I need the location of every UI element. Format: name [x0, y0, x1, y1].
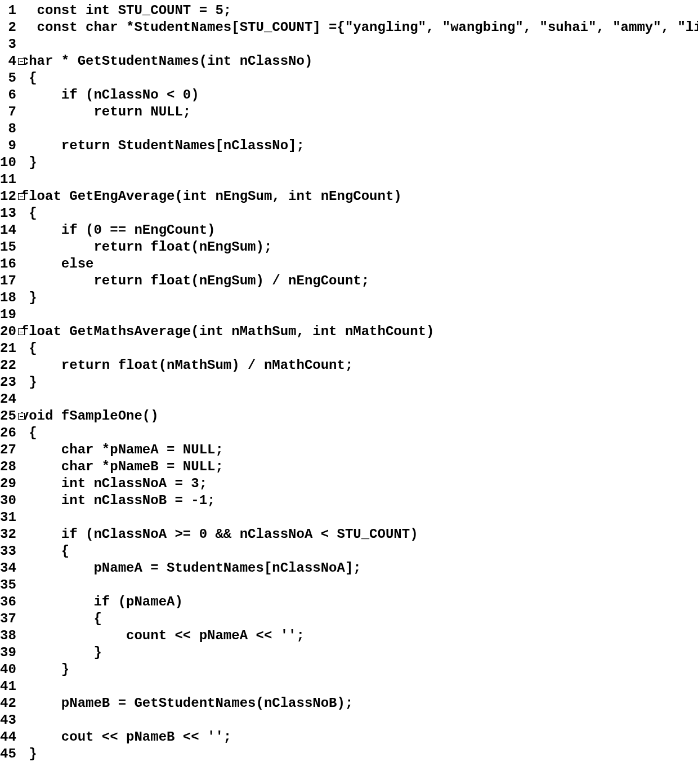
code-line — [21, 678, 698, 695]
line-number: 1 — [0, 2, 17, 19]
code-text: int nClassNoA = 3; — [21, 475, 207, 492]
code-line: } — [21, 746, 698, 763]
line-number: 25 — [0, 408, 17, 425]
code-line: return StudentNames[nClassNo]; — [21, 137, 698, 154]
code-line: } — [21, 644, 698, 661]
fold-toggle-icon[interactable] — [18, 413, 25, 420]
code-text: void fSampleOne() — [21, 408, 159, 425]
code-text: } — [21, 289, 37, 306]
code-text: pNameA = StudentNames[nClassNoA]; — [21, 560, 361, 577]
line-number: 11 — [0, 171, 17, 188]
code-text: return StudentNames[nClassNo]; — [21, 137, 305, 154]
code-line: } — [21, 374, 698, 391]
fold-toggle-icon[interactable] — [18, 328, 25, 335]
code-line — [21, 391, 698, 408]
code-line: else — [21, 256, 698, 273]
line-number: 12 — [0, 188, 17, 205]
code-text: return float(nEngSum); — [21, 239, 272, 256]
code-line — [21, 36, 698, 53]
code-line: void fSampleOne() — [21, 408, 698, 425]
code-text: return NULL; — [21, 104, 191, 121]
code-line: { — [21, 340, 698, 357]
line-number: 6 — [0, 87, 17, 104]
line-number: 2 — [0, 19, 17, 36]
code-text: if (nClassNoA >= 0 && nClassNoA < STU_CO… — [21, 526, 418, 543]
line-number: 3 — [0, 36, 17, 53]
line-number: 36 — [0, 594, 17, 611]
line-number: 17 — [0, 273, 17, 289]
code-editor: 1234567891011121314151617181920212223242… — [0, 0, 698, 763]
code-text: float GetEngAverage(int nEngSum, int nEn… — [21, 188, 402, 205]
line-number: 20 — [0, 323, 17, 340]
line-number: 28 — [0, 458, 17, 475]
line-number: 34 — [0, 560, 17, 577]
line-number: 4 — [0, 53, 17, 70]
code-line: int nClassNoB = -1; — [21, 492, 698, 509]
code-line: if (nClassNo < 0) — [21, 87, 698, 104]
code-text: { — [21, 611, 102, 627]
code-text: { — [21, 70, 37, 87]
line-number: 9 — [0, 137, 17, 154]
code-line: { — [21, 70, 698, 87]
line-number: 40 — [0, 661, 17, 678]
code-line: return NULL; — [21, 104, 698, 121]
line-number-gutter: 1234567891011121314151617181920212223242… — [0, 2, 17, 763]
code-line: } — [21, 661, 698, 678]
code-text: if (0 == nEngCount) — [21, 222, 216, 239]
code-text: { — [21, 425, 37, 442]
line-number: 41 — [0, 678, 17, 695]
fold-toggle-icon[interactable] — [18, 193, 25, 200]
code-line — [21, 306, 698, 323]
code-line: char *pNameA = NULL; — [21, 442, 698, 458]
line-number: 35 — [0, 577, 17, 594]
code-text: char *pNameB = NULL; — [21, 458, 223, 475]
line-number: 22 — [0, 357, 17, 374]
code-line: float GetMathsAverage(int nMathSum, int … — [21, 323, 698, 340]
line-number: 21 — [0, 340, 17, 357]
line-number: 31 — [0, 509, 17, 526]
code-line: if (0 == nEngCount) — [21, 222, 698, 239]
code-text: pNameB = GetStudentNames(nClassNoB); — [21, 695, 354, 712]
code-text: char *pNameA = NULL; — [21, 442, 223, 458]
code-text: if (pNameA) — [21, 594, 183, 611]
line-number: 42 — [0, 695, 17, 712]
line-number: 5 — [0, 70, 17, 87]
code-line: } — [21, 154, 698, 171]
code-line — [21, 712, 698, 729]
line-number: 7 — [0, 104, 17, 121]
line-number: 8 — [0, 121, 17, 137]
code-line: cout << pNameB << ''; — [21, 729, 698, 746]
line-number: 33 — [0, 543, 17, 560]
code-text: char * GetStudentNames(int nClassNo) — [21, 53, 312, 70]
code-line: return float(nEngSum) / nEngCount; — [21, 273, 698, 289]
code-line: char * GetStudentNames(int nClassNo) — [21, 53, 698, 70]
code-text: count << pNameA << ''; — [21, 627, 305, 644]
code-text: } — [21, 154, 37, 171]
line-number: 45 — [0, 746, 17, 763]
line-number: 37 — [0, 611, 17, 627]
code-text: return float(nMathSum) / nMathCount; — [21, 357, 354, 374]
code-line — [21, 171, 698, 188]
code-line: int nClassNoA = 3; — [21, 475, 698, 492]
line-number: 15 — [0, 239, 17, 256]
line-number: 32 — [0, 526, 17, 543]
code-line: const char *StudentNames[STU_COUNT] ={"y… — [21, 19, 698, 36]
line-number: 44 — [0, 729, 17, 746]
fold-toggle-icon[interactable] — [18, 58, 25, 65]
code-line: float GetEngAverage(int nEngSum, int nEn… — [21, 188, 698, 205]
code-line: char *pNameB = NULL; — [21, 458, 698, 475]
line-number: 16 — [0, 256, 17, 273]
code-line: { — [21, 205, 698, 222]
code-text: if (nClassNo < 0) — [21, 87, 199, 104]
line-number: 10 — [0, 154, 17, 171]
code-text: else — [21, 256, 94, 273]
line-number: 18 — [0, 289, 17, 306]
code-line: } — [21, 289, 698, 306]
code-line: count << pNameA << ''; — [21, 627, 698, 644]
code-line: { — [21, 543, 698, 560]
code-line: { — [21, 425, 698, 442]
line-number: 30 — [0, 492, 17, 509]
line-number: 24 — [0, 391, 17, 408]
code-line: if (nClassNoA >= 0 && nClassNoA < STU_CO… — [21, 526, 698, 543]
code-text: } — [21, 374, 37, 391]
